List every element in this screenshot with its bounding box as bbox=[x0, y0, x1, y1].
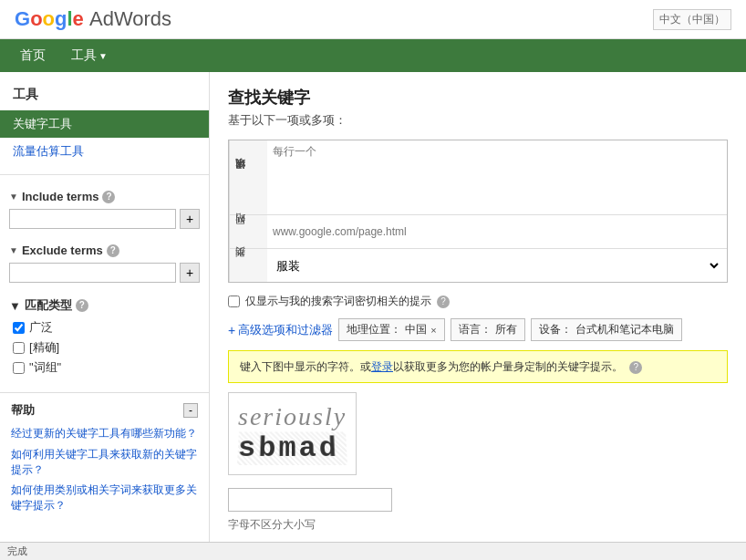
include-terms-input-row: + bbox=[9, 209, 200, 229]
match-type-arrow: ▼ bbox=[9, 299, 21, 313]
page-subtitle: 基于以下一项或多项： bbox=[228, 112, 728, 129]
match-phrase: "词组" bbox=[9, 359, 200, 376]
form-label-site: 网站 bbox=[229, 215, 267, 248]
match-type-header[interactable]: ▼ 匹配类型 ? bbox=[9, 297, 200, 314]
form-input-site[interactable] bbox=[273, 219, 721, 244]
include-terms-label: Include terms bbox=[22, 190, 99, 203]
match-exact-checkbox[interactable] bbox=[13, 342, 25, 354]
match-broad-label: 广泛 bbox=[29, 319, 53, 336]
logo-adwords: AdWords bbox=[89, 7, 171, 30]
nav-tools-arrow: ▼ bbox=[98, 51, 108, 61]
match-type-label: 匹配类型 bbox=[25, 297, 72, 314]
match-exact-label: [精确] bbox=[29, 339, 59, 356]
help-title: 帮助 - bbox=[11, 402, 198, 419]
sidebar-item-keyword-tool[interactable]: 关键字工具 bbox=[0, 110, 209, 138]
status-text: 完成 bbox=[7, 545, 27, 556]
captcha-note: 字母不区分大小写 bbox=[228, 517, 728, 533]
exclude-terms-arrow: ▼ bbox=[9, 245, 18, 255]
logo-g2: g bbox=[55, 7, 67, 30]
captcha-login-link[interactable]: 登录 bbox=[371, 360, 393, 373]
match-exact: [精确] bbox=[9, 339, 200, 356]
only-related-checkbox[interactable] bbox=[228, 296, 240, 307]
exclude-terms-add-btn[interactable]: + bbox=[180, 263, 200, 283]
include-terms-add-btn[interactable]: + bbox=[180, 209, 200, 229]
location-close[interactable]: × bbox=[430, 325, 436, 336]
keyword-form: 字词或词组 网站 类别 服装 bbox=[228, 140, 728, 283]
content: 查找关键字 基于以下一项或多项： 字词或词组 网站 类别 bbox=[210, 72, 746, 560]
captcha-word1: seriously bbox=[238, 402, 347, 431]
sidebar-item-traffic-tool[interactable]: 流量估算工具 bbox=[0, 138, 209, 165]
help-link-1[interactable]: 经过更新的关键字工具有哪些新功能？ bbox=[11, 426, 198, 441]
include-terms-arrow: ▼ bbox=[9, 192, 18, 202]
device-tag: 设备： 台式机和笔记本电脑 bbox=[531, 318, 682, 341]
lang-selector[interactable]: 中文（中国） bbox=[653, 9, 731, 30]
options-row: + 高级选项和过滤器 地理位置： 中国 × 语言： 所有 设备： 台式机和笔记本… bbox=[228, 318, 728, 341]
exclude-terms-header[interactable]: ▼ Exclude terms ? bbox=[9, 244, 200, 257]
exclude-terms-section: ▼ Exclude terms ? + bbox=[0, 238, 209, 292]
nav-tools[interactable]: 工具 ▼ bbox=[58, 40, 120, 71]
include-terms-section: ▼ Include terms ? + bbox=[0, 184, 209, 238]
logo-g: G bbox=[15, 7, 30, 30]
logo-e: e bbox=[73, 7, 84, 30]
captcha-images: seriously sbmad bbox=[228, 392, 728, 481]
advanced-plus-icon: + bbox=[228, 323, 235, 337]
nav-home[interactable]: 首页 bbox=[7, 40, 58, 71]
logo-o2: o bbox=[43, 7, 55, 30]
form-textarea-word[interactable] bbox=[273, 144, 721, 208]
exclude-terms-input-row: + bbox=[9, 263, 200, 283]
sidebar-divider1 bbox=[0, 174, 209, 175]
statusbar: 完成 bbox=[0, 542, 746, 560]
help-link-2[interactable]: 如何利用关键字工具来获取新的关键字提示？ bbox=[11, 447, 198, 478]
only-related-label: 仅显示与我的搜索字词密切相关的提示 bbox=[245, 294, 431, 309]
match-phrase-checkbox[interactable] bbox=[13, 362, 25, 374]
include-terms-help[interactable]: ? bbox=[102, 191, 115, 203]
captcha-notice-text1: 键入下图中显示的字符。或 bbox=[240, 360, 371, 373]
location-value: 中国 bbox=[405, 322, 427, 337]
form-row-word: 字词或词组 bbox=[229, 140, 727, 215]
device-label: 设备： bbox=[539, 322, 572, 337]
language-tag: 语言： 所有 bbox=[451, 318, 525, 341]
help-section: 帮助 - 经过更新的关键字工具有哪些新功能？ 如何利用关键字工具来获取新的关键字… bbox=[0, 392, 209, 528]
captcha-image-box: seriously sbmad bbox=[228, 392, 357, 475]
captcha-help-icon[interactable]: ? bbox=[629, 361, 642, 374]
include-terms-header[interactable]: ▼ Include terms ? bbox=[9, 190, 200, 203]
main: 工具 关键字工具 流量估算工具 ▼ Include terms ? + ▼ Ex… bbox=[0, 72, 746, 560]
match-phrase-label: "词组" bbox=[29, 359, 61, 376]
form-row-category: 类别 服装 bbox=[229, 249, 727, 282]
match-broad-checkbox[interactable] bbox=[13, 322, 25, 334]
language-label: 语言： bbox=[459, 322, 492, 337]
sidebar-title: 工具 bbox=[0, 83, 209, 110]
form-label-word: 字词或词组 bbox=[229, 140, 267, 214]
nav-tools-label: 工具 bbox=[71, 47, 97, 64]
only-related-row: 仅显示与我的搜索字词密切相关的提示 ? bbox=[228, 294, 728, 309]
device-value: 台式机和笔记本电脑 bbox=[575, 322, 674, 337]
form-input-category-cell: 服装 bbox=[267, 249, 727, 282]
captcha-input[interactable] bbox=[228, 488, 392, 512]
exclude-terms-label: Exclude terms bbox=[22, 244, 103, 257]
match-type-section: ▼ 匹配类型 ? 广泛 [精确] "词组" bbox=[0, 292, 209, 385]
logo-o1: o bbox=[30, 7, 42, 30]
match-broad: 广泛 bbox=[9, 319, 200, 336]
form-select-category[interactable]: 服装 bbox=[273, 253, 721, 278]
location-label: 地理位置： bbox=[347, 322, 401, 337]
help-collapse-btn[interactable]: - bbox=[183, 403, 198, 418]
advanced-options-link[interactable]: + 高级选项和过滤器 bbox=[228, 322, 333, 338]
match-type-help[interactable]: ? bbox=[76, 299, 88, 312]
form-label-category: 类别 bbox=[229, 249, 267, 282]
captcha-notice-text2: 以获取更多为您的帐户量身定制的关键字提示。 bbox=[393, 360, 623, 373]
navbar: 首页 工具 ▼ bbox=[0, 39, 746, 72]
form-input-site-cell bbox=[267, 215, 727, 248]
captcha-notice: 键入下图中显示的字符。或登录以获取更多为您的帐户量身定制的关键字提示。 ? bbox=[228, 350, 728, 383]
help-link-3[interactable]: 如何使用类别或相关字词来获取更多关键字提示？ bbox=[11, 482, 198, 513]
exclude-terms-input[interactable] bbox=[9, 263, 176, 283]
exclude-terms-help[interactable]: ? bbox=[107, 244, 119, 257]
form-row-site: 网站 bbox=[229, 215, 727, 249]
logo: Google AdWords bbox=[15, 7, 171, 31]
location-tag: 地理位置： 中国 × bbox=[338, 318, 444, 341]
advanced-link-label: 高级选项和过滤器 bbox=[238, 322, 333, 338]
form-input-word-cell bbox=[267, 140, 727, 214]
header: Google AdWords 中文（中国） bbox=[0, 0, 746, 39]
include-terms-input[interactable] bbox=[9, 209, 176, 229]
help-title-text: 帮助 bbox=[11, 402, 35, 419]
only-related-help[interactable]: ? bbox=[437, 296, 450, 308]
